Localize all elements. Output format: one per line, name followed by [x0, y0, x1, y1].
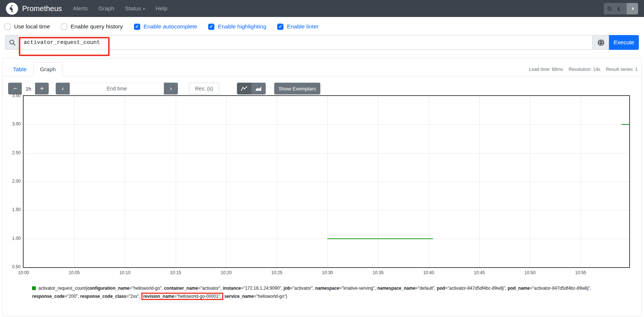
gridline-vertical — [327, 96, 328, 267]
settings-icon[interactable]: ⚙ — [604, 3, 615, 14]
chart-legend: activator_request_count{configuration_na… — [32, 284, 600, 300]
gridline-vertical — [581, 96, 581, 267]
checkbox[interactable]: ✓ — [277, 24, 283, 30]
nav-item-help[interactable]: Help — [156, 5, 168, 12]
option-label: Use local time — [14, 23, 50, 30]
option-label: Enable autocomplete — [144, 23, 197, 30]
checkbox[interactable]: ✓ — [208, 24, 214, 30]
moon-icon — [618, 6, 624, 11]
legend-label: response_code="200", — [32, 294, 79, 299]
gridline-vertical — [226, 96, 227, 267]
chart-plot-area[interactable]: 3.503.002.502.001.501.000.5010:0010:0510… — [23, 95, 630, 268]
auto-theme-icon[interactable]: ◑ — [627, 3, 638, 14]
option-enable-query-history[interactable]: Enable query history — [61, 23, 123, 30]
x-axis-tick-label: 10:00 — [18, 270, 29, 275]
nav-item-status[interactable]: Status▾ — [125, 5, 145, 12]
y-axis-tick-label: 3.00 — [6, 121, 21, 127]
brand-title[interactable]: Prometheus — [22, 4, 62, 13]
metrics-explorer-globe-icon[interactable] — [592, 35, 609, 50]
range-increase-button[interactable]: + — [35, 83, 49, 94]
legend-label: container_name="activator", — [164, 286, 221, 291]
nav-item-graph[interactable]: Graph — [98, 5, 114, 12]
nav-item-alerts[interactable]: Alerts — [73, 5, 88, 12]
legend-label: configuration_name="helloworld-go", — [87, 286, 163, 291]
resolution-input[interactable] — [189, 83, 219, 94]
legend-swatch[interactable] — [32, 286, 36, 290]
query-stats: Load time: 68ms Resolution: 14s Result s… — [529, 67, 638, 72]
y-axis-tick-label: 3.50 — [6, 93, 21, 98]
gridline-vertical — [277, 96, 277, 267]
tab-graph[interactable]: Graph — [33, 62, 62, 76]
series-line-segment[interactable] — [621, 124, 629, 125]
checkbox[interactable] — [61, 24, 67, 30]
end-time-input[interactable] — [70, 83, 164, 94]
show-exemplars-button[interactable]: Show Exemplars — [274, 83, 320, 94]
nav-links: Alerts Graph Status▾ Help — [73, 5, 168, 12]
stacked-chart-icon[interactable] — [251, 83, 266, 94]
chevron-down-icon: ▾ — [143, 7, 145, 11]
option-enable-autocomplete[interactable]: ✓Enable autocomplete — [134, 23, 197, 30]
x-axis-tick-label: 10:45 — [474, 270, 485, 275]
option-enable-highlighting[interactable]: ✓Enable highlighting — [208, 23, 266, 30]
gridline-vertical — [479, 96, 480, 267]
x-axis-tick-label: 10:35 — [372, 270, 383, 275]
x-axis-tick-label: 10:55 — [575, 270, 586, 275]
checkbox[interactable]: ✓ — [134, 24, 140, 30]
chevron-right-icon[interactable]: › — [164, 83, 178, 94]
legend-label: namespace="knative-serving", — [315, 286, 376, 291]
legend-label: namespace_name="default", — [377, 286, 435, 291]
chart-type-toggle — [237, 83, 266, 94]
legend-label: instance="172.16.1.24:9090", — [223, 286, 282, 291]
legend-label: job="activator", — [283, 286, 314, 291]
gridline-horizontal — [24, 124, 629, 125]
dark-mode-moon-icon[interactable] — [615, 3, 627, 14]
gridline-horizontal — [24, 239, 629, 239]
y-axis-tick-label: 1.00 — [6, 236, 21, 241]
y-axis-tick-label: 2.00 — [6, 179, 21, 184]
tabs-row: Table Graph Load time: 68ms Resolution: … — [3, 58, 641, 76]
gridline-horizontal — [24, 182, 629, 182]
series-line-segment[interactable] — [327, 238, 433, 239]
x-axis-tick-label: 10:30 — [322, 270, 333, 275]
y-axis-tick-label: 0.50 — [6, 264, 21, 269]
legend-label: pod_name="activator-847d5df4bc-89w8j", — [507, 286, 591, 291]
x-axis-tick-label: 10:05 — [69, 270, 80, 275]
query-input[interactable] — [19, 35, 592, 50]
legend-label: pod="activator-847d5df4bc-89w8j", — [437, 286, 506, 291]
checkbox[interactable] — [4, 24, 11, 30]
y-axis-tick-label: 1.50 — [6, 207, 21, 212]
option-enable-linter[interactable]: ✓Enable linter — [277, 23, 318, 30]
tab-table[interactable]: Table — [6, 62, 33, 76]
end-time-group: ‹ › — [56, 83, 178, 94]
prometheus-logo[interactable] — [6, 3, 18, 15]
gridline-vertical — [530, 96, 530, 267]
x-axis-tick-label: 10:50 — [524, 270, 535, 275]
query-bar: Execute — [5, 35, 639, 50]
theme-toggle-group: ⚙ ◑ — [604, 3, 638, 14]
line-chart-icon[interactable] — [237, 83, 251, 94]
gridline-vertical — [429, 96, 429, 267]
x-axis-tick-label: 10:20 — [221, 270, 232, 275]
legend-label-revision-annotated: revision_name="helloworld-go-00001", — [141, 293, 223, 300]
legend-label: response_code_class="2xx", — [80, 294, 140, 299]
x-axis-tick-label: 10:40 — [423, 270, 434, 275]
graph-panel: Table Graph Load time: 68ms Resolution: … — [2, 58, 642, 316]
option-use-local-time[interactable]: Use local time — [4, 23, 50, 30]
x-axis-tick-label: 10:15 — [170, 270, 181, 275]
gridline-vertical — [378, 96, 378, 267]
chevron-left-icon[interactable]: ‹ — [56, 83, 70, 94]
gridline-vertical — [176, 96, 176, 267]
gridline-horizontal — [24, 153, 629, 154]
prometheus-flame-icon — [8, 4, 16, 13]
range-input[interactable]: 1h — [22, 83, 35, 94]
legend-metric-name[interactable]: activator_request_count — [38, 286, 86, 291]
load-time-stat: Load time: 68ms — [529, 67, 563, 72]
gridline-vertical — [125, 96, 125, 267]
result-series-stat: Result series: 1 — [606, 67, 638, 72]
options-row: Use local timeEnable query history✓Enabl… — [0, 17, 644, 30]
execute-button[interactable]: Execute — [609, 35, 639, 50]
option-label: Enable query history — [70, 23, 123, 30]
top-navbar: Prometheus Alerts Graph Status▾ Help ⚙ ◑ — [0, 0, 644, 17]
y-axis-tick-label: 2.50 — [6, 150, 21, 155]
gridline-horizontal — [24, 210, 629, 210]
